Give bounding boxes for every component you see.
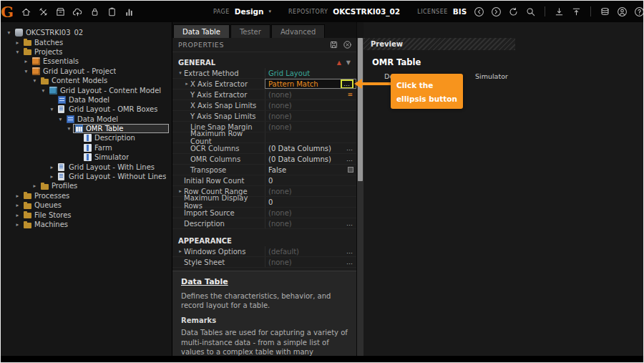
tree-item-grid-layout-project[interactable]: ▾Grid Layout - Project	[1, 67, 172, 76]
tree-item-file-stores[interactable]: ▸File Stores	[1, 210, 172, 219]
forward-icon[interactable]	[491, 6, 502, 17]
expand-icon[interactable]: ▸	[14, 191, 21, 200]
tree-item-farm[interactable]: Farm	[1, 143, 172, 153]
property-row-omr-columns[interactable]: OMR Columns(0 Data Columns)…	[172, 154, 356, 165]
expand-icon[interactable]: ▸	[48, 163, 56, 172]
property-row-maximum-row-count[interactable]: Maximum Row Count	[172, 132, 356, 143]
expand-icon[interactable]: ▸	[14, 210, 21, 220]
bar-chart-icon[interactable]	[124, 6, 135, 17]
tree-item-grid-layout-omr-boxes[interactable]: ▾Grid Layout - OMR Boxes	[1, 105, 172, 114]
tree-item-profiles[interactable]: ▸Profiles	[1, 181, 172, 190]
search-icon[interactable]	[525, 6, 536, 17]
collapse-icon[interactable]: ▾	[39, 86, 47, 95]
tree-item-simulator[interactable]: Simulator	[1, 153, 172, 162]
collapse-icon[interactable]: ▾	[14, 47, 21, 57]
ellipsis-button-highlighted[interactable]: …	[341, 79, 353, 89]
collapse-icon[interactable]: ▾	[65, 124, 73, 133]
lock-icon[interactable]	[89, 6, 100, 17]
refresh-icon[interactable]	[508, 6, 519, 17]
expand-icon[interactable]: ▸	[48, 172, 56, 181]
property-row-windows-options[interactable]: ▸Windows Options(default)…	[172, 246, 356, 257]
property-value-cell[interactable]: (none)…	[265, 257, 356, 267]
tab-data-table[interactable]: Data Table	[173, 24, 230, 38]
property-row-transpose[interactable]: TransposeFalse	[172, 165, 356, 175]
menu-icon[interactable]: ≡	[347, 91, 353, 98]
ellipsis-button[interactable]: …	[346, 155, 353, 163]
vertical-scrollbar[interactable]	[357, 22, 364, 356]
property-value-cell[interactable]: False	[265, 165, 356, 175]
ellipsis-button[interactable]: …	[346, 248, 353, 255]
tree-item-description[interactable]: Description	[1, 133, 172, 142]
archive-icon[interactable]	[55, 6, 66, 17]
expand-icon[interactable]: ▸	[14, 220, 21, 229]
collapse-icon[interactable]: ▾	[31, 76, 39, 85]
property-expander[interactable]: ▾	[177, 70, 184, 76]
collapse-icon[interactable]: ▾	[22, 67, 30, 76]
tree-item-okcstrki03-02[interactable]: ▾OKCSTRKI03_02	[1, 28, 172, 37]
tree-item-content-models[interactable]: ▾Content Models	[1, 76, 172, 85]
property-value-cell[interactable]: (none)	[265, 186, 356, 196]
tree-item-queues[interactable]: ▸Queues	[1, 200, 172, 210]
property-expander[interactable]: ▸	[177, 248, 184, 254]
property-value-cell[interactable]: (none)≡	[265, 89, 356, 100]
ellipsis-button[interactable]: …	[346, 145, 353, 152]
ellipsis-button[interactable]: …	[346, 220, 353, 227]
expand-icon[interactable]: ▸	[22, 57, 30, 66]
chevron-down-icon[interactable]: ▾	[269, 9, 272, 14]
property-row-extract-method[interactable]: ▾Extract MethodGrid Layout	[172, 68, 356, 79]
tree-item-grid-layout-with-lines[interactable]: ▸Grid Layout - With Lines	[1, 162, 172, 171]
checkbox-indicator[interactable]	[348, 167, 353, 173]
sort-ascending-icon[interactable]: ▲	[337, 59, 341, 66]
tree-item-processes[interactable]: ▸Processes	[1, 191, 172, 200]
property-value-cell[interactable]: Grid Layout	[265, 68, 356, 78]
property-value-cell[interactable]	[265, 132, 356, 142]
tree-item-data-model[interactable]: Data Model	[1, 95, 172, 105]
tree-item-data-model[interactable]: ▾Data Model	[1, 115, 172, 124]
scrollbar-thumb[interactable]	[358, 38, 363, 181]
user-icon[interactable]	[617, 6, 628, 17]
layers-icon[interactable]	[600, 6, 610, 17]
expand-icon[interactable]: ▸	[14, 38, 21, 47]
property-row-y-axis-extractor[interactable]: Y Axis Extractor(none)≡	[172, 89, 356, 100]
page-selector[interactable]: Design	[235, 7, 264, 16]
tab-tester[interactable]: Tester	[230, 24, 270, 38]
clipboard-icon[interactable]	[107, 6, 117, 17]
tab-advanced[interactable]: Advanced	[271, 24, 325, 38]
home-icon[interactable]	[21, 6, 31, 17]
property-value-cell[interactable]: (0 Data Columns)…	[265, 143, 356, 153]
property-row-ocr-columns[interactable]: OCR Columns(0 Data Columns)…	[172, 143, 356, 154]
expand-icon[interactable]: ▸	[31, 181, 39, 190]
grooper-logo[interactable]: G	[1, 1, 14, 22]
property-value-cell[interactable]: (none)	[265, 111, 356, 121]
tree-item-grid-layout-without-lines[interactable]: ▸Grid Layout - Without Lines	[1, 172, 172, 181]
property-value-cell[interactable]: Pattern Match…	[265, 79, 356, 89]
property-value-cell[interactable]: (0 Data Columns)…	[265, 154, 356, 164]
property-row-y-axis-snap-limits[interactable]: Y Axis Snap Limits(none)	[172, 111, 356, 122]
collapse-icon[interactable]: ▾	[57, 115, 64, 124]
collapse-icon[interactable]: ▾	[5, 28, 13, 37]
property-value-cell[interactable]: 0	[265, 175, 356, 185]
property-value-cell[interactable]: (none)…	[265, 218, 356, 228]
upload-icon[interactable]	[571, 6, 582, 17]
property-value-cell[interactable]: (default)…	[265, 246, 356, 256]
close-icon[interactable]	[343, 40, 352, 49]
tree-item-projects[interactable]: ▾Projects	[1, 47, 172, 57]
collapse-icon[interactable]: ▾	[48, 105, 56, 114]
property-value-cell[interactable]: (none)	[265, 100, 356, 110]
tools-icon[interactable]	[38, 6, 49, 17]
property-value-cell[interactable]: 0	[265, 197, 356, 207]
property-row-x-axis-snap-limits[interactable]: X Axis Snap Limits(none)	[172, 100, 356, 111]
property-row-style-sheet[interactable]: Style Sheet(none)…	[172, 257, 356, 268]
cloud-upload-icon[interactable]	[72, 6, 83, 17]
expand-icon[interactable]: ▸	[14, 200, 21, 210]
property-row-import-source[interactable]: Import Source(none)	[172, 208, 356, 218]
property-row-description[interactable]: Description(none)…	[172, 218, 356, 229]
save-icon[interactable]	[329, 40, 338, 49]
help-icon[interactable]	[634, 6, 644, 17]
download-icon[interactable]	[554, 6, 565, 17]
property-value-cell[interactable]: (none)	[265, 208, 356, 218]
back-icon[interactable]	[474, 6, 484, 17]
property-expander[interactable]: ▸	[183, 81, 190, 87]
collapse-section-icon[interactable]: ▼	[346, 59, 351, 66]
property-row-x-axis-extractor[interactable]: ▸X Axis ExtractorPattern Match…	[172, 79, 356, 89]
